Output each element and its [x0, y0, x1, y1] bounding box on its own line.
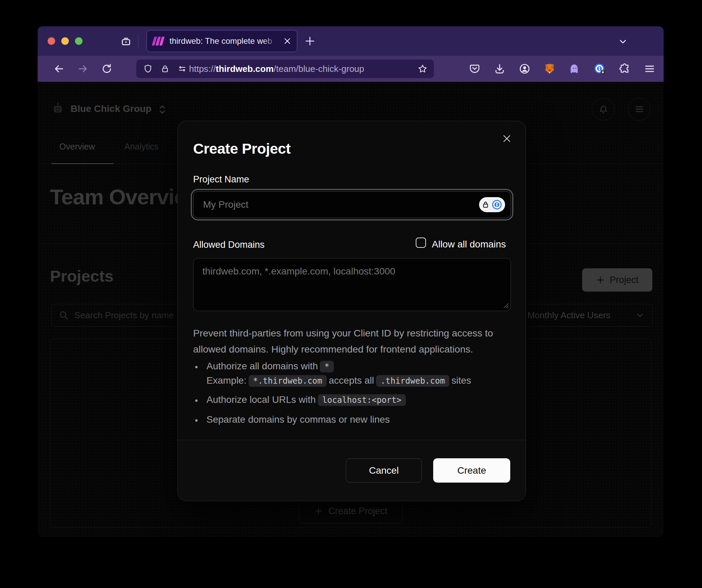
back-button[interactable] [53, 63, 64, 74]
allowed-domains-label: Allowed Domains [193, 240, 265, 250]
sort-dropdown[interactable]: Monthly Active Users [519, 304, 652, 327]
create-button[interactable]: Create [433, 458, 510, 483]
resize-handle-icon[interactable] [501, 301, 510, 309]
cancel-button[interactable]: Cancel [346, 458, 422, 483]
permissions-icon[interactable] [177, 64, 187, 74]
plus-icon [596, 276, 605, 284]
plus-icon [314, 507, 323, 515]
list-item: Separate domains by commas or new lines [193, 414, 508, 425]
team-switcher[interactable]: Blue Chick Group [71, 103, 151, 114]
empty-state-create-project-button[interactable]: Create Project [299, 499, 403, 523]
tab-overview[interactable]: Overview [59, 142, 95, 152]
create-project-modal: Create Project Project Name Allowed Doma… [177, 121, 526, 501]
titlebar: thirdweb: The complete web3 de [38, 26, 664, 56]
onepassword-inline-icon[interactable] [479, 197, 505, 212]
url-bar[interactable]: https://thirdweb.com/team/blue-chick-gro… [136, 60, 434, 78]
team-switcher-chevron-icon[interactable] [158, 104, 167, 115]
add-project-button[interactable]: Project [582, 268, 652, 292]
new-tab-button[interactable] [304, 35, 316, 47]
modal-footer: Cancel Create [178, 440, 526, 501]
allow-all-domains-checkbox[interactable] [416, 238, 426, 248]
bookmark-star-icon[interactable] [417, 64, 428, 74]
lock-icon[interactable] [160, 64, 170, 74]
domains-description: Prevent third-parties from using your Cl… [193, 325, 501, 357]
url-text: https://thirdweb.com/team/blue-chick-gro… [189, 64, 417, 74]
modal-close-icon[interactable] [502, 133, 512, 144]
project-name-input[interactable] [193, 191, 511, 218]
onepassword-icon[interactable] [594, 63, 605, 75]
tab-close-icon[interactable] [283, 37, 291, 45]
metamask-icon[interactable] [544, 63, 555, 75]
domains-help-list: Authorize all domains with* Example:*.th… [193, 361, 508, 425]
window-close-button[interactable] [48, 37, 55, 45]
pocket-icon[interactable] [469, 63, 480, 75]
search-placeholder: Search Projects by name [74, 310, 174, 321]
list-item-example: Example:*.thirdweb.comaccepts all.thirdw… [206, 375, 508, 387]
forward-button[interactable] [77, 63, 88, 74]
allow-all-domains-label: Allow all domains [432, 239, 506, 250]
account-icon[interactable] [519, 63, 530, 75]
projects-heading: Projects [50, 267, 113, 285]
menu-hamburger-icon[interactable] [644, 63, 655, 75]
list-item: Authorize local URLs withlocalhost:<port… [193, 394, 508, 406]
search-icon [59, 310, 69, 320]
tab-list-chevron-icon[interactable] [618, 36, 628, 47]
phantom-icon[interactable] [569, 63, 580, 75]
allowed-domains-textarea[interactable] [193, 258, 511, 311]
download-icon[interactable] [494, 63, 505, 75]
code-chip: .thirdweb.com [376, 375, 449, 387]
modal-title: Create Project [193, 140, 291, 157]
code-chip: * [320, 361, 334, 372]
notification-bell-button[interactable] [592, 98, 615, 120]
window-zoom-button[interactable] [75, 37, 83, 45]
code-chip: *.thirdweb.com [249, 375, 327, 387]
tracking-shield-icon[interactable] [143, 64, 153, 74]
browser-tab[interactable]: thirdweb: The complete web3 de [147, 30, 297, 52]
list-item: Authorize all domains with* [193, 361, 508, 372]
project-name-label: Project Name [193, 174, 249, 185]
tab-analytics[interactable]: Analytics [124, 142, 159, 152]
window-minimize-button[interactable] [61, 37, 69, 45]
titlebar-separator [138, 34, 138, 48]
team-avatar [51, 102, 64, 115]
reload-button[interactable] [101, 63, 112, 74]
chevron-down-icon [636, 311, 644, 320]
firefox-view-icon[interactable] [120, 35, 132, 47]
thirdweb-favicon-icon [153, 36, 165, 46]
page-menu-button[interactable] [628, 98, 651, 120]
browser-toolbar: https://thirdweb.com/team/blue-chick-gro… [38, 56, 664, 82]
code-chip: localhost:<port> [318, 394, 406, 406]
extensions-puzzle-icon[interactable] [619, 63, 630, 75]
tab-title: thirdweb: The complete web3 de [170, 36, 272, 46]
